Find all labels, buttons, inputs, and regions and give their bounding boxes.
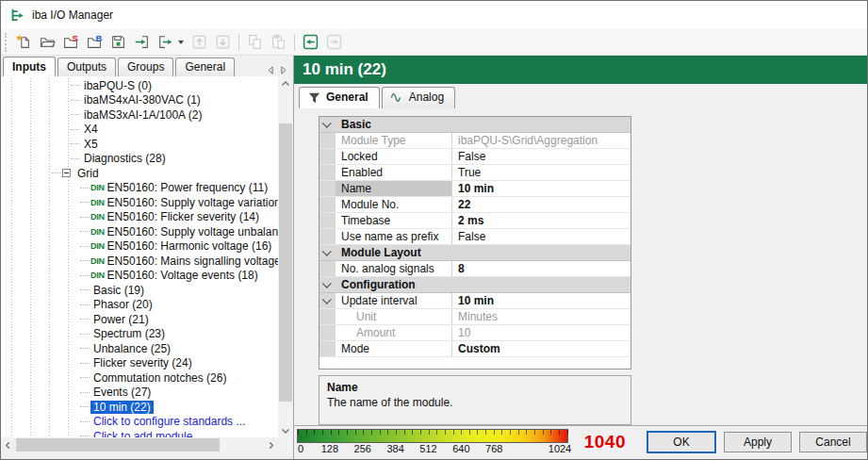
- property-value[interactable]: Custom: [452, 341, 631, 356]
- property-value[interactable]: 2 ms: [452, 213, 631, 228]
- property-label: Amount: [336, 325, 452, 340]
- collapse-expander-icon[interactable]: [62, 169, 71, 177]
- tab-general[interactable]: General: [299, 87, 380, 108]
- chevron-down-icon[interactable]: [322, 279, 332, 288]
- tab-general[interactable]: General: [175, 58, 235, 76]
- tree-item[interactable]: ibaMS4xAI-380VAC (1): [1, 93, 278, 108]
- tree-item[interactable]: DINEN50160: Voltage events (18): [1, 269, 278, 284]
- save-icon: [110, 34, 126, 50]
- scroll-left-icon[interactable]: [1, 437, 15, 452]
- property-label: No. analog signals: [336, 261, 452, 276]
- horizontal-scroll-thumb[interactable]: [16, 438, 220, 452]
- chevron-down-icon[interactable]: [322, 247, 332, 256]
- grid-gutter: [319, 213, 336, 228]
- minimize-button[interactable]: [740, 1, 782, 29]
- tree-item[interactable]: DINEN50160: Power frequency (11): [1, 181, 278, 196]
- tree-item[interactable]: 10 min (22): [1, 400, 278, 415]
- tree-item-label: 10 min (22): [90, 401, 154, 414]
- open-file-button[interactable]: [36, 31, 59, 54]
- property-value[interactable]: 10 min: [452, 181, 631, 196]
- tab-inputs[interactable]: Inputs: [3, 57, 56, 76]
- tree-vertical-scrollbar[interactable]: [278, 76, 293, 437]
- import-icon: [134, 34, 150, 50]
- grid-property-row: No. analog signals8: [319, 261, 631, 277]
- tab-outputs[interactable]: Outputs: [57, 58, 116, 76]
- bottom-bar: 01282563845126407681024 1040 OKApplyCanc…: [294, 425, 867, 459]
- vertical-scroll-thumb[interactable]: [279, 123, 292, 402]
- toolbar-grip[interactable]: [5, 33, 8, 52]
- io-manager-window: iba I/O Manager SB InputsOutputsGroupsGe…: [0, 0, 868, 460]
- tree-item-label: Phasor (20): [90, 298, 156, 311]
- tree-item[interactable]: Diagnostics (28): [1, 152, 278, 167]
- tree-item[interactable]: Grid: [1, 166, 278, 181]
- grid-property-row: ModeCustom: [319, 341, 631, 357]
- cancel-button[interactable]: Cancel: [799, 432, 867, 452]
- tab-analog[interactable]: Analog: [382, 87, 455, 108]
- export-dropdown-icon[interactable]: [178, 41, 184, 44]
- tree-item[interactable]: ibaMS3xAI-1A/100A (2): [1, 107, 278, 123]
- tree-horizontal-scrollbar[interactable]: [1, 437, 278, 452]
- grid-property-row: UnitMinutes: [319, 309, 631, 325]
- chevron-down-icon[interactable]: [322, 295, 332, 304]
- tree-item[interactable]: DINEN50160: Flicker severity (14): [1, 210, 278, 225]
- tab-scroll-left-icon[interactable]: [265, 64, 277, 76]
- toolbar-separator: [238, 34, 239, 51]
- tree-item[interactable]: DINEN50160: Mains signalling voltage (1: [1, 254, 278, 269]
- property-grid: BasicModule TypeibaPQU-S\Grid\Aggregatio…: [319, 116, 631, 370]
- property-value[interactable]: Minutes: [452, 309, 631, 324]
- tree-item[interactable]: Phasor (20): [1, 298, 278, 313]
- grid-gutter: [319, 165, 336, 180]
- save-button[interactable]: [106, 31, 130, 54]
- window-controls: [740, 1, 867, 29]
- maximize-button[interactable]: [782, 1, 825, 29]
- paste-button: [267, 31, 290, 54]
- tree-item[interactable]: Spectrum (23): [1, 327, 278, 342]
- close-button[interactable]: [825, 1, 867, 29]
- chevron-down-icon[interactable]: [322, 119, 332, 128]
- property-value[interactable]: 8: [452, 261, 631, 276]
- tree-item[interactable]: ibaPQU-S (0): [1, 78, 278, 93]
- grid-property-row: Module No.22: [319, 197, 631, 213]
- property-value[interactable]: ibaPQU-S\Grid\Aggregation: [452, 133, 631, 148]
- tree-item[interactable]: DINEN50160: Supply voltage unbalance: [1, 224, 278, 239]
- grid-gutter: [319, 229, 336, 244]
- tree-item[interactable]: Flicker severity (24): [1, 356, 278, 371]
- property-value[interactable]: 22: [452, 197, 631, 212]
- property-value[interactable]: False: [452, 229, 631, 244]
- module-header-title: 10 min (22): [303, 60, 386, 79]
- tree-item[interactable]: Events (27): [1, 386, 278, 401]
- property-value[interactable]: False: [452, 149, 631, 164]
- new-configuration-button[interactable]: [12, 31, 36, 54]
- scroll-right-icon[interactable]: [264, 437, 278, 452]
- grid-section-row: Module Layout: [319, 245, 631, 261]
- tree-item[interactable]: Power (21): [1, 312, 278, 327]
- grid-property-row: Update interval10 min: [319, 293, 631, 309]
- open-project-s-button[interactable]: S: [59, 31, 83, 54]
- tree-item[interactable]: Click to configure standards ...: [1, 415, 278, 430]
- apply-button[interactable]: Apply: [724, 432, 792, 452]
- scroll-up-icon[interactable]: [278, 76, 293, 90]
- property-label: Enabled: [336, 165, 452, 180]
- scroll-down-icon[interactable]: [278, 423, 293, 437]
- tree-item[interactable]: Click to add module ...: [1, 429, 278, 437]
- nav-back-button[interactable]: [299, 31, 322, 54]
- tree-item[interactable]: X4: [1, 123, 278, 138]
- grid-gutter: [319, 181, 336, 196]
- property-value[interactable]: 10: [452, 325, 631, 340]
- tree-item[interactable]: Commutation notches (26): [1, 370, 278, 386]
- open-project-b-button[interactable]: B: [83, 31, 106, 54]
- export-button[interactable]: [154, 31, 177, 54]
- grid-property-row: Timebase2 ms: [319, 213, 631, 229]
- tab-label: Analog: [409, 90, 444, 104]
- tree-item[interactable]: DINEN50160: Supply voltage variation (1: [1, 195, 278, 210]
- tab-groups[interactable]: Groups: [118, 58, 173, 76]
- property-value[interactable]: True: [452, 165, 631, 180]
- property-value[interactable]: 10 min: [452, 293, 631, 308]
- tab-scroll-right-icon[interactable]: [277, 64, 289, 76]
- import-button[interactable]: [130, 31, 154, 54]
- tree-item[interactable]: Unbalance (25): [1, 341, 278, 356]
- ok-button[interactable]: OK: [647, 431, 716, 453]
- tree-item[interactable]: DINEN50160: Harmonic voltage (16): [1, 239, 278, 255]
- tree-item[interactable]: Basic (19): [1, 283, 278, 298]
- tree-item[interactable]: X5: [1, 137, 278, 152]
